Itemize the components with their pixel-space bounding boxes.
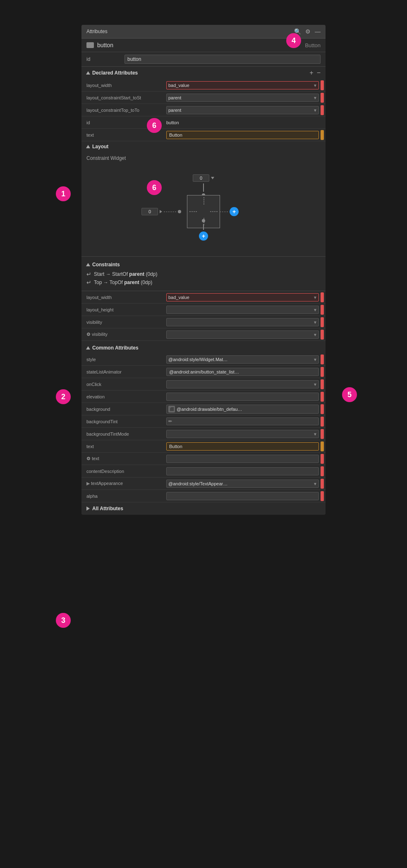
elevation-row: elevation <box>81 391 326 403</box>
tools-text-row: ⚙ text <box>81 453 326 465</box>
side-indicator-elevation[interactable] <box>321 392 324 402</box>
common-attrs-title: Common Attributes <box>86 345 139 351</box>
elevation-input[interactable] <box>166 393 319 401</box>
remove-attr-button[interactable]: − <box>317 69 321 77</box>
side-indicator-bgtm[interactable] <box>321 429 324 439</box>
common-attrs-header[interactable]: Common Attributes <box>81 342 326 353</box>
content-desc-row: contentDescription <box>81 465 326 477</box>
attr-label-text-declared: text <box>81 131 166 139</box>
side-indicator-layout-width[interactable] <box>321 80 324 90</box>
side-indicator-constraint-start[interactable] <box>321 93 324 103</box>
right-dashed-line <box>220 212 228 212</box>
text-input-declared[interactable] <box>166 131 319 139</box>
side-indicator-cd[interactable] <box>321 466 324 476</box>
text-input-common[interactable] <box>166 442 319 451</box>
background-tint-row: backgroundTint ✏ <box>81 415 326 428</box>
constraints-header[interactable]: Constraints <box>86 260 321 271</box>
attr-label-alpha: alpha <box>81 492 166 500</box>
bg-tint-mode-select[interactable] <box>166 430 319 438</box>
left-margin-input[interactable] <box>141 208 158 215</box>
constraint-diagram: + <box>86 166 321 253</box>
layout-width-select-2[interactable]: bad_value <box>166 293 319 301</box>
search-button[interactable]: 🔍 <box>294 28 301 35</box>
tools-text-input[interactable] <box>166 455 319 463</box>
attr-value-constraint-top: parent ▼ <box>166 105 326 115</box>
annotation-1: 1 <box>56 186 71 201</box>
attr-label-constraint-top: layout_constraintTop_toTo <box>81 106 166 114</box>
declared-text-row: text <box>81 129 326 141</box>
layout-section: Layout Constraint Widget <box>81 141 326 257</box>
side-indicator-lw2[interactable] <box>321 292 324 302</box>
side-indicator-tools-text[interactable] <box>321 454 324 464</box>
onclick-select[interactable] <box>166 380 319 388</box>
declared-id-row: id button <box>81 116 326 129</box>
all-attrs-section[interactable]: All Attributes <box>81 502 326 515</box>
state-list-animator-row: stateListAnimator <box>81 366 326 378</box>
left-arrow-right[interactable] <box>160 210 162 213</box>
panel-title: Attributes <box>86 29 108 34</box>
minimize-button[interactable]: — <box>315 28 321 35</box>
declared-attrs-actions: + − <box>309 69 321 77</box>
tool-visibility-row: ⚙ visibility ▼ <box>81 328 326 341</box>
side-indicator-lh[interactable] <box>321 305 324 315</box>
text-appearance-row: ▶ textAppearance @android:style/TextAppe… <box>81 477 326 490</box>
side-indicator-text[interactable] <box>321 130 324 140</box>
layout-collapse-triangle <box>86 145 90 148</box>
attr-value-text-appearance: @android:style/TextAppear… ▼ <box>166 479 326 489</box>
layout-section-title: Layout <box>86 144 108 149</box>
side-indicator-constraint-top[interactable] <box>321 105 324 115</box>
attr-label-layout-width: layout_width <box>81 81 166 89</box>
layout-width-select[interactable]: bad_value <box>166 81 319 89</box>
drawable-icon: ⬛ <box>168 406 175 412</box>
attr-label-tools-text: ⚙ text <box>81 454 166 463</box>
diagram-wrapper: + <box>162 174 245 241</box>
side-indicator-tool-vis[interactable] <box>321 330 324 340</box>
tool-visibility-select[interactable] <box>166 330 319 339</box>
attr-label-background: background <box>81 405 166 413</box>
layout-section-header[interactable]: Layout <box>81 141 326 152</box>
id-input[interactable] <box>124 55 321 64</box>
top-arrow-down[interactable] <box>211 177 214 179</box>
text-row-common: text <box>81 440 326 453</box>
side-indicator-bgtint[interactable] <box>321 417 324 427</box>
add-right-constraint-button[interactable]: + <box>230 207 239 216</box>
attr-value-visibility: ▼ <box>166 317 326 327</box>
constraints-triangle <box>86 263 90 266</box>
constraint-line-top: ↵ Top → TopOf parent (0dp) <box>86 279 321 286</box>
declared-constraint-start-row: layout_constraintStart_toSt parent ▼ <box>81 92 326 104</box>
add-bottom-constraint-button[interactable]: + <box>199 231 208 241</box>
side-indicator-onclick[interactable] <box>321 379 324 389</box>
add-attr-button[interactable]: + <box>309 69 313 77</box>
layout-height-select[interactable] <box>166 306 319 314</box>
top-margin-input[interactable] <box>193 174 209 182</box>
side-indicator-style[interactable] <box>321 354 324 364</box>
layout-body: Constraint Widget <box>81 152 326 257</box>
layout-attr-rows: layout_width bad_value ▼ layout_height <box>81 291 326 341</box>
content-desc-input[interactable] <box>166 467 319 475</box>
constraint-start-select[interactable]: parent <box>166 94 319 102</box>
pencil-icon: ✏ <box>168 419 172 424</box>
side-indicator-text-common[interactable] <box>321 441 324 451</box>
attr-value-id: button <box>166 118 326 127</box>
declared-attrs-header[interactable]: Declared Attributes + − <box>81 67 326 79</box>
style-row: style @android:style/Widget.Mat… ▼ <box>81 353 326 366</box>
constraint-top-select[interactable]: parent <box>166 106 319 114</box>
state-list-input[interactable] <box>166 368 319 376</box>
attr-label-layout-width-2: layout_width <box>81 293 166 301</box>
style-select[interactable]: @android:style/Widget.Mat… <box>166 355 319 364</box>
declared-attrs-section: Declared Attributes + − layout_width bad… <box>81 67 326 141</box>
bg-tint-input-wrap: ✏ <box>166 417 319 425</box>
side-indicator-vis[interactable] <box>321 317 324 327</box>
side-indicator-ta[interactable] <box>321 479 324 489</box>
settings-button[interactable]: ⚙ <box>305 28 311 35</box>
side-indicator-bg[interactable] <box>321 404 324 414</box>
background-value: @android:drawable/btn_defau… <box>177 407 242 412</box>
id-label: id <box>86 56 120 62</box>
alpha-input[interactable] <box>166 492 319 500</box>
side-indicator-alpha[interactable] <box>321 491 324 501</box>
attributes-panel: Attributes 🔍 ⚙ — button Button id <box>81 25 326 515</box>
text-appearance-select[interactable]: @android:style/TextAppear… <box>166 480 319 488</box>
visibility-select[interactable] <box>166 318 319 326</box>
attr-label-visibility: visibility <box>81 318 166 326</box>
side-indicator-state[interactable] <box>321 367 324 377</box>
